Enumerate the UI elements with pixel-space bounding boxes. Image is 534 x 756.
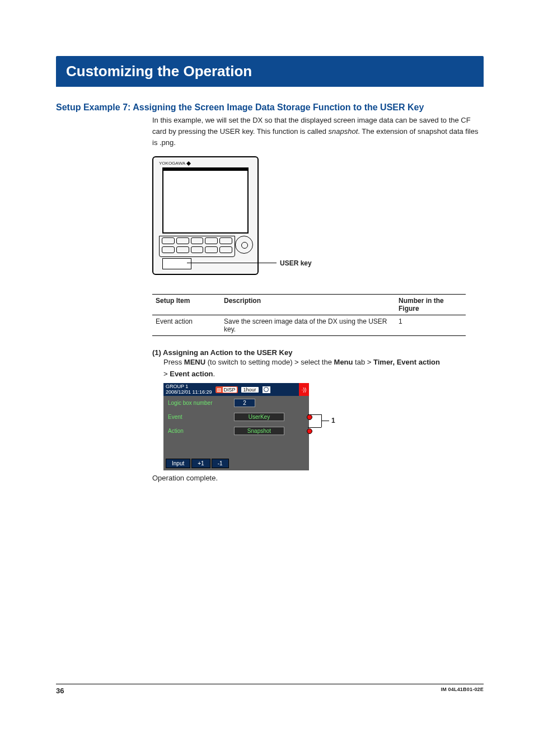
row-event: Event UserKey <box>163 410 309 424</box>
screenshot-area: GROUP 1 2008/12/01 11:16:29 ▧ DISP 1hour… <box>163 383 354 471</box>
page-number: 36 <box>56 687 64 695</box>
t-event-action: Event action <box>170 370 213 378</box>
callout-line-1c <box>308 427 321 428</box>
indicator-1hour: 1hour <box>241 387 259 393</box>
row-logic: Logic box number 2 <box>163 396 309 410</box>
speaker-icon: ∙)) <box>299 383 309 396</box>
step1-title: (1) Assigning an Action to the USER Key <box>152 348 484 357</box>
key-btn <box>205 246 218 253</box>
row-action: Action Snapshot <box>163 424 309 438</box>
disp-badge: ▧ DISP <box>216 386 238 393</box>
key-btn <box>219 246 232 253</box>
device-drawer <box>162 258 191 269</box>
camera-icon <box>262 386 271 394</box>
screenshot-footer: Input+1-1 <box>166 459 230 468</box>
callout-dot-2 <box>307 428 312 434</box>
step1-text: Press MENU (to switch to setting mode) >… <box>163 357 484 379</box>
brand-diamond-icon <box>186 161 191 166</box>
t: . <box>213 370 216 378</box>
table-cell-item: Event action <box>152 315 221 336</box>
screenshot-titlebar: GROUP 1 2008/12/01 11:16:29 ▧ DISP 1hour… <box>163 383 309 396</box>
logic-value: 2 <box>234 399 255 407</box>
key-btn <box>176 237 189 244</box>
footer-plus: +1 <box>191 459 210 468</box>
callout-1: 1 <box>331 417 335 424</box>
brand-text: YOKOGAWA <box>159 161 185 166</box>
device-screen <box>162 167 249 234</box>
key-btn <box>191 246 204 253</box>
t-menu: MENU <box>184 358 205 366</box>
table-head-desc: Description <box>221 295 395 315</box>
screenshot: GROUP 1 2008/12/01 11:16:29 ▧ DISP 1hour… <box>163 383 309 471</box>
user-key-lead-line <box>187 263 277 263</box>
setup-table: Setup Item Description Number in the Fig… <box>152 294 466 336</box>
t: Press <box>163 358 184 366</box>
key-btn <box>219 237 232 244</box>
section-title: Setup Example 7: Assigning the Screen Im… <box>56 102 484 113</box>
footer-input: Input <box>166 459 190 468</box>
device-dpad <box>235 236 253 254</box>
operation-complete: Operation complete. <box>152 474 484 482</box>
user-key-label: USER key <box>280 259 312 267</box>
device-outline: YOKOGAWA <box>152 156 259 275</box>
table-head-item: Setup Item <box>152 295 221 315</box>
table-cell-num: 1 <box>395 315 466 336</box>
t-timer: Timer, Event action <box>373 358 440 366</box>
key-btn <box>191 237 204 244</box>
t: > <box>163 370 170 378</box>
logic-label: Logic box number <box>168 400 228 406</box>
banner-title: Customizing the Operation <box>56 56 484 87</box>
disp-text: DISP <box>223 387 237 393</box>
table-cell-desc: Save the screen image data of the DX usi… <box>221 315 395 336</box>
key-btn <box>162 237 175 244</box>
callout-dot-1 <box>307 414 312 420</box>
t: (to switch to setting mode) > select the <box>205 358 334 366</box>
key-btn <box>205 237 218 244</box>
footer-minus: -1 <box>212 459 229 468</box>
svg-marker-0 <box>186 161 191 166</box>
t: tab > <box>353 358 374 366</box>
stop-icon: ▧ <box>217 387 222 393</box>
page-footer: 36 IM 04L41B01-02E <box>56 684 484 695</box>
device-keypad <box>159 236 235 257</box>
title-timestamp: 2008/12/01 11:16:29 <box>166 390 212 395</box>
callout-line-1d <box>321 421 329 421</box>
intro-text: In this example, we will set the DX so t… <box>152 115 484 148</box>
table-head-num: Number in the Figure <box>395 295 466 315</box>
device-brand: YOKOGAWA <box>159 161 191 166</box>
doc-id: IM 04L41B01-02E <box>441 687 484 695</box>
event-label: Event <box>168 414 228 420</box>
intro-em: snapshot <box>329 127 358 136</box>
event-value: UserKey <box>234 413 284 421</box>
device-figure: YOKOGAWA <box>152 156 484 286</box>
action-value: Snapshot <box>234 427 284 435</box>
callout-line-1a <box>308 414 321 415</box>
key-btn <box>162 246 175 253</box>
key-btn <box>176 246 189 253</box>
table-row: Event action Save the screen image data … <box>152 315 466 336</box>
t-menu-tab: Menu <box>334 358 353 366</box>
action-label: Action <box>168 428 228 434</box>
